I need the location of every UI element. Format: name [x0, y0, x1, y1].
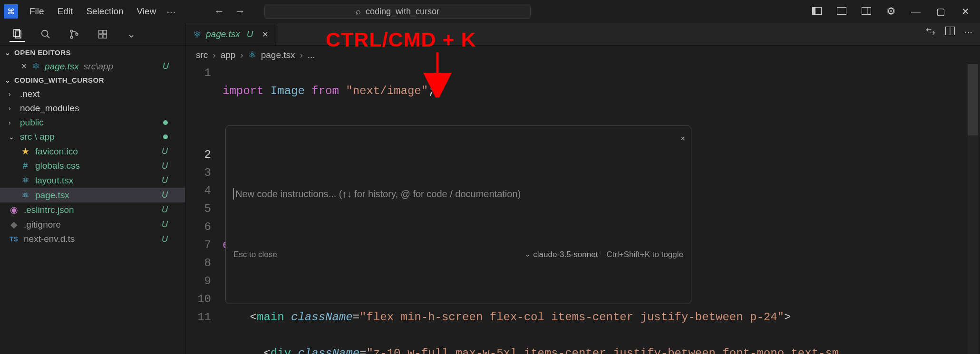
breadcrumb-part[interactable]: page.tsx [261, 50, 295, 60]
file-globals-css[interactable]: # globals.css U [0, 159, 185, 173]
status-badge: U [162, 161, 176, 171]
menu-file[interactable]: File [29, 6, 44, 17]
status-badge: U [162, 190, 176, 200]
file-label: .gitignore [24, 220, 61, 230]
chevron-down-icon: ⌄ [9, 133, 15, 141]
menu-view[interactable]: View [137, 6, 156, 17]
window-close-icon[interactable]: ✕ [958, 6, 972, 17]
command-center[interactable]: ⌕ coding_with_cursor [264, 4, 531, 19]
breadcrumb-trailing: ... [308, 50, 315, 60]
chevron-right-icon: › [240, 50, 243, 60]
split-editor-icon[interactable] [945, 27, 955, 38]
menu-edit[interactable]: Edit [58, 6, 73, 17]
json-icon: ◉ [9, 204, 19, 215]
file-eslintrc[interactable]: ◉ .eslintrc.json U [0, 202, 185, 217]
folder-node-modules[interactable]: › node_modules [0, 101, 185, 115]
menu-overflow-icon[interactable]: ··· [166, 6, 176, 17]
svg-point-9 [70, 30, 73, 32]
breadcrumbs[interactable]: src › app › ⚛ page.tsx › ... [185, 46, 980, 64]
toggle-hint: Ctrl+Shift+K to toggle [606, 246, 683, 264]
file-label: page.tsx [35, 190, 69, 201]
model-selector[interactable]: ⌄ claude-3.5-sonnet [525, 246, 598, 264]
folder-label: node_modules [20, 103, 79, 114]
open-editor-name: page.tsx [45, 61, 79, 72]
settings-gear-icon[interactable]: ⚙ [884, 5, 898, 18]
open-editor-item[interactable]: ✕ ⚛ page.tsx src\app U [0, 59, 185, 73]
chevron-right-icon: › [213, 50, 215, 60]
editor-view[interactable]: 1 2 3 4 5 6 7 8 9 10 11 import Image fro… [185, 64, 980, 354]
chevron-down-icon[interactable]: ⌄ [124, 27, 139, 42]
star-icon: ★ [20, 146, 30, 157]
menu-selection[interactable]: Selection [86, 6, 123, 17]
more-actions-icon[interactable]: ··· [964, 27, 972, 38]
file-layout-tsx[interactable]: ⚛ layout.tsx U [0, 173, 185, 188]
code-lines[interactable]: import Image from "next/image"; ✕ New co… [223, 64, 980, 354]
git-icon: ◆ [9, 219, 19, 230]
open-editors-title: OPEN EDITORS [14, 48, 71, 57]
status-badge: U [162, 220, 176, 230]
svg-rect-15 [103, 34, 107, 38]
nav-forward-icon[interactable]: → [235, 5, 245, 18]
minimap[interactable] [968, 64, 978, 354]
file-gitignore[interactable]: ◆ .gitignore U [0, 217, 185, 232]
file-next-env[interactable]: TS next-env.d.ts U [0, 232, 185, 246]
close-icon[interactable]: ✕ [21, 62, 27, 71]
folder-public[interactable]: › public [0, 115, 185, 130]
file-label: next-env.d.ts [24, 234, 75, 244]
close-icon[interactable]: ✕ [680, 130, 685, 148]
text-caret-icon [233, 188, 234, 200]
svg-line-8 [47, 35, 50, 38]
search-icon: ⌕ [356, 7, 361, 17]
nav-back-icon[interactable]: ← [214, 5, 224, 18]
source-control-icon[interactable] [67, 27, 82, 42]
inline-chat-input[interactable]: New code instructions... (↑↓ for history… [235, 185, 683, 203]
explorer-toolbar: ⌄ [0, 23, 185, 46]
window-minimize-icon[interactable]: — [909, 6, 923, 17]
extensions-icon[interactable] [95, 27, 110, 42]
folder-label: src \ app [20, 132, 55, 142]
chevron-right-icon: › [9, 90, 15, 98]
layout-panel-icon[interactable] [834, 6, 849, 17]
hash-icon: # [20, 161, 30, 171]
react-icon: ⚛ [193, 29, 201, 40]
inline-chat-panel[interactable]: ✕ New code instructions... (↑↓ for histo… [225, 125, 691, 304]
explorer-files-icon[interactable] [10, 27, 25, 42]
file-label: globals.css [35, 161, 80, 171]
svg-rect-13 [103, 30, 107, 33]
tab-label: page.tsx [206, 29, 240, 39]
editor-column: ⚛ page.tsx U ✕ ··· src › app › ⚛ page.ts… [185, 23, 980, 354]
open-editors-header[interactable]: ⌄ OPEN EDITORS [0, 46, 185, 59]
compare-changes-icon[interactable] [925, 27, 936, 38]
window-maximize-icon[interactable]: ▢ [933, 6, 948, 17]
react-icon: ⚛ [32, 61, 40, 72]
svg-point-7 [42, 30, 48, 36]
folder-src-app[interactable]: ⌄ src \ app [0, 130, 185, 144]
react-icon: ⚛ [20, 175, 30, 186]
open-editor-path: src\app [84, 61, 113, 72]
svg-rect-14 [99, 34, 102, 38]
minimap-thumb[interactable] [968, 64, 978, 135]
folder-next[interactable]: › .next [0, 87, 185, 101]
layout-primary-sidebar-icon[interactable] [810, 6, 824, 17]
editor-actions: ··· [925, 27, 972, 38]
breadcrumb-part[interactable]: src [196, 50, 208, 60]
svg-rect-3 [862, 7, 871, 14]
app-icon: ⌘ [4, 4, 18, 19]
file-label: favicon.ico [35, 146, 78, 157]
tab-page-tsx[interactable]: ⚛ page.tsx U ✕ [185, 23, 276, 45]
main-row: ⌄ ⌄ OPEN EDITORS ✕ ⚛ page.tsx src\app U … [0, 23, 980, 354]
ts-icon: TS [9, 235, 19, 243]
file-favicon[interactable]: ★ favicon.ico U [0, 144, 185, 159]
breadcrumb-part[interactable]: app [221, 50, 236, 60]
search-icon[interactable] [38, 27, 53, 42]
svg-rect-2 [837, 7, 846, 14]
explorer-panel: ⌄ OPEN EDITORS ✕ ⚛ page.tsx src\app U ⌄ … [0, 46, 185, 354]
react-icon: ⚛ [20, 190, 30, 201]
react-icon: ⚛ [248, 49, 256, 60]
workspace-root-header[interactable]: ⌄ CODING_WITH_CURSOR [0, 73, 185, 87]
file-page-tsx[interactable]: ⚛ page.tsx U [0, 188, 185, 202]
close-icon[interactable]: ✕ [262, 30, 268, 39]
titlebar: ⌘ File Edit Selection View ··· ← → ⌕ cod… [0, 0, 980, 23]
chevron-right-icon: › [9, 105, 15, 112]
layout-secondary-sidebar-icon[interactable] [859, 6, 873, 17]
